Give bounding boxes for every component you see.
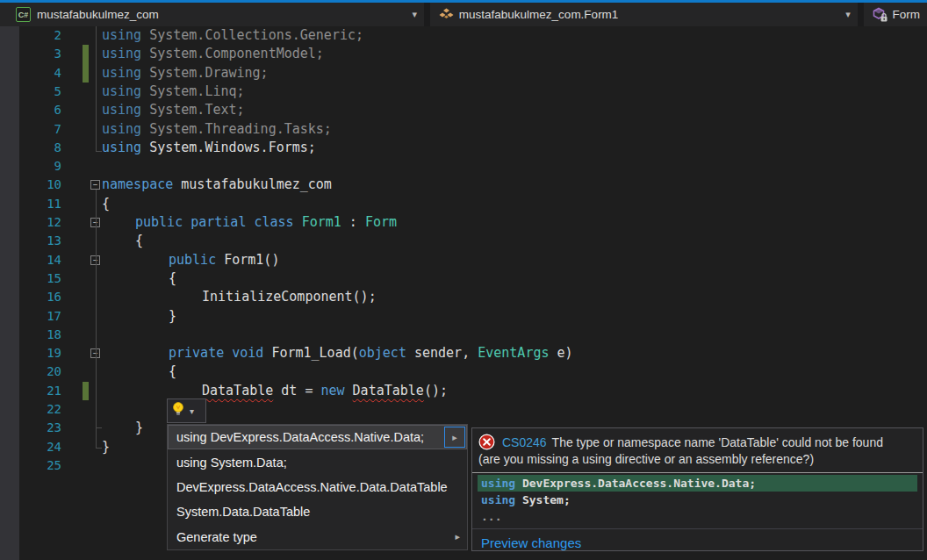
line-number: 22 bbox=[0, 400, 61, 419]
quickfix-menu-item[interactable]: Generate type▸ bbox=[168, 525, 467, 549]
code-token: mustafabukulmez_com bbox=[173, 176, 332, 192]
code-line[interactable]: 7using System.Threading.Tasks; bbox=[0, 120, 927, 140]
code-text: using System.Collections.Generic; bbox=[102, 26, 363, 45]
code-token: } bbox=[169, 308, 176, 324]
code-line[interactable]: 3using System.ComponentModel; bbox=[0, 45, 927, 64]
line-number: 8 bbox=[0, 139, 61, 157]
code-line[interactable]: 14−public Form1() bbox=[0, 251, 927, 270]
code-token: Form bbox=[365, 214, 397, 230]
quickfix-menu-item[interactable]: using System.Data; bbox=[168, 449, 467, 474]
code-line[interactable]: 20{ bbox=[0, 363, 927, 382]
submenu-expander-button[interactable]: ▸ bbox=[444, 427, 465, 448]
code-line[interactable]: 2using System.Collections.Generic; bbox=[0, 26, 927, 46]
preview-changes-link[interactable]: Preview changes bbox=[481, 535, 581, 550]
code-text: } bbox=[169, 307, 176, 326]
code-line[interactable]: 12−public partial class Form1 : Form bbox=[0, 213, 927, 233]
code-token: ... bbox=[481, 510, 501, 523]
code-token: System.Collections.Generic; bbox=[141, 27, 363, 43]
code-line[interactable]: 10−namespace mustafabukulmez_com bbox=[0, 176, 927, 195]
lightbulb-icon bbox=[171, 401, 185, 420]
code-text: { bbox=[102, 195, 110, 213]
code-token: using bbox=[481, 477, 515, 490]
navbar-divider bbox=[424, 3, 430, 26]
code-line[interactable]: 13{ bbox=[0, 232, 927, 251]
type-dropdown[interactable]: mustafabukulmez_com.Form1 ▾ bbox=[430, 3, 858, 26]
member-dropdown[interactable]: Form bbox=[864, 3, 927, 26]
code-token: namespace bbox=[102, 176, 173, 192]
quickfix-menu-item-label: DevExpress.DataAccess.Native.Data.DataTa… bbox=[176, 480, 448, 494]
line-number: 20 bbox=[0, 363, 61, 381]
line-number: 3 bbox=[0, 45, 61, 63]
error-tooltip: CS0246 The type or namespace name 'DataT… bbox=[471, 427, 923, 551]
navigation-bar: C# mustafabukulmez_com ▾ mustafabukulmez… bbox=[0, 0, 927, 26]
fix-preview-code: using DevExpress.DataAccess.Native.Data;… bbox=[472, 473, 923, 528]
quickfix-menu-item[interactable]: System.Data.DataTable bbox=[168, 499, 467, 524]
quickfix-menu-item[interactable]: using DevExpress.DataAccess.Native.Data;… bbox=[168, 425, 467, 449]
code-line[interactable]: 4using System.Drawing; bbox=[0, 64, 927, 83]
error-icon bbox=[478, 434, 495, 450]
line-number: 16 bbox=[0, 288, 61, 306]
outline-guide-line bbox=[96, 190, 97, 448]
code-text: using System.Windows.Forms; bbox=[102, 139, 316, 157]
code-token: } bbox=[135, 420, 143, 435]
line-number: 25 bbox=[0, 456, 61, 475]
code-line[interactable]: 22 bbox=[0, 400, 927, 420]
navbar-divider bbox=[858, 3, 864, 26]
code-token: { bbox=[102, 196, 110, 212]
line-number: 19 bbox=[0, 344, 61, 363]
code-text: using System.Threading.Tasks; bbox=[102, 120, 332, 139]
code-line[interactable]: 17} bbox=[0, 307, 927, 327]
code-token: using bbox=[102, 121, 141, 137]
code-token: { bbox=[135, 233, 143, 248]
line-number: 14 bbox=[0, 251, 61, 269]
code-line[interactable]: 19−private void Form1_Load(object sender… bbox=[0, 344, 927, 363]
code-line[interactable]: 16InitializeComponent(); bbox=[0, 288, 927, 307]
code-token bbox=[345, 383, 353, 398]
code-text: using System.Drawing; bbox=[102, 64, 269, 83]
project-dropdown[interactable]: C# mustafabukulmez_com ▾ bbox=[0, 3, 424, 26]
class-icon bbox=[439, 8, 454, 22]
code-token: dt = bbox=[273, 383, 320, 398]
code-token: using bbox=[102, 102, 141, 118]
code-token: using bbox=[102, 27, 141, 43]
code-line[interactable]: 21DataTable dt = new DataTable(); bbox=[0, 382, 927, 401]
quickfix-menu-item-label: System.Data.DataTable bbox=[176, 505, 310, 519]
code-token: sender, bbox=[406, 345, 478, 361]
line-number: 12 bbox=[0, 213, 61, 232]
code-token: System.Threading.Tasks; bbox=[141, 121, 332, 137]
error-code-link[interactable]: CS0246 bbox=[502, 435, 547, 449]
code-line[interactable]: 8using System.Windows.Forms; bbox=[0, 139, 927, 158]
code-line[interactable]: 11{ bbox=[0, 195, 927, 214]
code-token: System.Windows.Forms; bbox=[141, 140, 316, 155]
code-token: object bbox=[359, 345, 406, 361]
code-text: private void Form1_Load(object sender, E… bbox=[169, 344, 573, 363]
code-token: using bbox=[102, 140, 141, 155]
code-token: public bbox=[169, 252, 216, 268]
line-number: 4 bbox=[0, 64, 61, 83]
fold-collapse-icon[interactable]: − bbox=[90, 180, 100, 190]
change-tracking-bar bbox=[83, 64, 89, 83]
code-text: using System.Text; bbox=[102, 101, 245, 119]
line-number: 6 bbox=[0, 101, 61, 119]
quickfix-menu-item[interactable]: DevExpress.DataAccess.Native.Data.DataTa… bbox=[168, 475, 467, 499]
line-number: 17 bbox=[0, 307, 61, 326]
outline-guide-corner bbox=[96, 151, 102, 152]
outline-guide-corner bbox=[96, 427, 102, 428]
code-token: System.Linq; bbox=[141, 83, 244, 99]
code-line[interactable]: 15{ bbox=[0, 269, 927, 289]
code-line[interactable]: 5using System.Linq; bbox=[0, 83, 927, 102]
code-token: Form1 bbox=[294, 214, 341, 230]
quick-actions-lightbulb-button[interactable]: ▾ bbox=[167, 398, 206, 423]
code-text: DataTable dt = new DataTable(); bbox=[202, 382, 448, 400]
visual-studio-editor: C# mustafabukulmez_com ▾ mustafabukulmez… bbox=[0, 0, 927, 560]
code-token: EventArgs bbox=[478, 345, 549, 361]
code-line[interactable]: 18 bbox=[0, 326, 927, 345]
code-text: namespace mustafabukulmez_com bbox=[102, 176, 332, 194]
code-token: System; bbox=[515, 493, 571, 506]
code-token: System.Drawing; bbox=[141, 65, 269, 81]
chevron-down-icon: ▾ bbox=[837, 9, 851, 20]
code-line[interactable]: 9 bbox=[0, 157, 927, 176]
code-line[interactable]: 6using System.Text; bbox=[0, 101, 927, 120]
code-token: System.ComponentModel; bbox=[141, 46, 324, 61]
line-number: 21 bbox=[0, 382, 61, 400]
